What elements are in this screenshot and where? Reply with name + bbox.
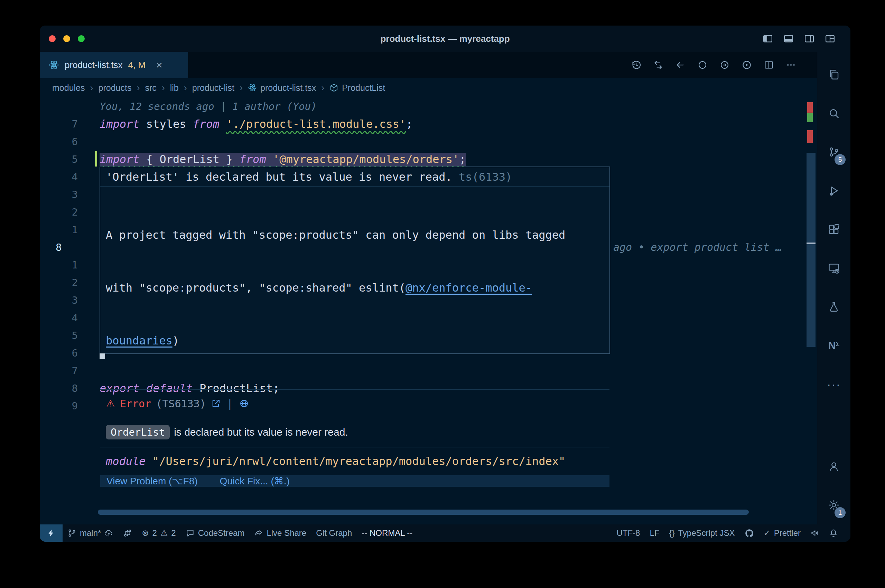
breadcrumb-item-src[interactable]: src <box>145 83 156 93</box>
testing-icon[interactable] <box>817 287 850 326</box>
git-compare-status[interactable] <box>118 529 137 537</box>
remote-indicator[interactable] <box>40 524 63 542</box>
compare-changes-icon[interactable] <box>653 60 663 70</box>
breadcrumb-item-products[interactable]: products <box>99 83 132 93</box>
problem-hover-popup: 'OrderList' is declared but its value is… <box>99 166 610 354</box>
line-number: 5 <box>40 330 99 341</box>
more-actions-icon[interactable] <box>786 60 796 70</box>
notifications-status[interactable] <box>824 529 843 537</box>
bell-icon <box>829 529 838 537</box>
zoom-window-button[interactable] <box>78 35 85 42</box>
nx-console-icon[interactable]: NΣ <box>817 326 850 365</box>
desktop: product-list.tsx — myreactapp <box>0 0 885 588</box>
tab-close-icon[interactable]: × <box>156 59 162 70</box>
language-status[interactable]: {}TypeScript JSX <box>664 528 739 538</box>
code-line-import-styles: import styles from './product-list.modul… <box>99 117 412 130</box>
error-label: Error <box>120 398 151 410</box>
breadcrumb-item-modules[interactable]: modules <box>52 83 85 93</box>
globe-icon[interactable] <box>239 399 249 408</box>
window-title: product-list.tsx — myreactapp <box>40 33 850 44</box>
share-icon <box>254 529 263 537</box>
line-number: 8 <box>40 382 99 394</box>
remote-explorer-icon[interactable] <box>817 249 850 287</box>
accounts-icon[interactable] <box>817 447 850 486</box>
language-label: TypeScript JSX <box>678 528 735 538</box>
source-control-icon[interactable]: 5 <box>817 133 850 171</box>
feedback-status[interactable] <box>805 529 824 537</box>
outline-circle-icon[interactable] <box>697 60 708 70</box>
live-share-status[interactable]: Live Share <box>249 528 311 538</box>
tab-product-list[interactable]: product-list.tsx 4, M × <box>40 52 188 78</box>
search-icon[interactable] <box>817 94 850 133</box>
tab-bar: product-list.tsx 4, M × <box>40 52 817 78</box>
status-bar: main* ⊗ 2 ⚠ 2 CodeStream Live Share Git … <box>40 524 850 542</box>
line-number: 3 <box>40 189 99 200</box>
ts-error-message: 'OrderList' is declared but its value is… <box>106 170 452 183</box>
open-external-icon[interactable] <box>211 399 221 408</box>
eslint-rule-link[interactable]: boundaries <box>106 334 173 347</box>
current-line-number: 8 <box>40 242 99 253</box>
toggle-panel-icon[interactable] <box>783 33 794 44</box>
breadcrumb-item-file[interactable]: product-list.tsx <box>248 83 316 93</box>
minimize-window-button[interactable] <box>63 35 70 42</box>
view-problem-action[interactable]: View Problem (⌥F8) <box>107 476 198 487</box>
code-editor[interactable]: You, 12 seconds ago | 1 author (You) 7 i… <box>40 98 817 524</box>
additional-views-icon[interactable]: ··· <box>817 365 850 404</box>
chevron-right-icon: › <box>90 82 93 93</box>
chevron-right-icon: › <box>321 82 324 93</box>
line-number: 4 <box>40 312 99 324</box>
breadcrumb-item-lib[interactable]: lib <box>170 83 179 93</box>
github-status[interactable] <box>740 529 759 538</box>
eslint-rule-link[interactable]: @nx/enforce-module- <box>406 281 532 294</box>
timeline-icon[interactable] <box>631 60 641 70</box>
run-file-icon[interactable] <box>742 60 752 70</box>
encoding-status[interactable]: UTF-8 <box>612 528 645 538</box>
main-region: product-list.tsx 4, M × <box>40 52 850 524</box>
customize-layout-icon[interactable] <box>825 33 835 44</box>
popup-resize-grip[interactable] <box>99 353 105 359</box>
branch-status[interactable]: main* <box>63 528 118 538</box>
traffic-lights <box>40 35 85 42</box>
breadcrumb: modules › products › src › lib › product… <box>40 78 817 98</box>
run-debug-icon[interactable] <box>817 171 850 210</box>
extensions-icon[interactable] <box>817 210 850 249</box>
speaker-icon <box>810 529 819 537</box>
codestream-status[interactable]: CodeStream <box>181 528 249 538</box>
navigate-back-icon[interactable] <box>675 60 685 70</box>
git-graph-status[interactable]: Git Graph <box>311 528 357 538</box>
status-bar-right: UTF-8 LF {}TypeScript JSX ✓Prettier <box>612 528 850 538</box>
branch-label: main* <box>80 528 101 538</box>
git-graph-label: Git Graph <box>316 528 352 538</box>
eol-status[interactable]: LF <box>645 528 664 538</box>
react-file-icon <box>248 83 257 92</box>
explorer-icon[interactable] <box>817 55 850 94</box>
eslint-message-line1: A project tagged with "scope:products" c… <box>106 226 604 244</box>
overview-error-mark <box>807 130 813 142</box>
error-circle-icon: ⊗ <box>142 528 149 538</box>
prettier-status[interactable]: ✓Prettier <box>759 528 805 538</box>
vscode-window: product-list.tsx — myreactapp <box>40 26 850 542</box>
horizontal-scrollbar[interactable] <box>98 510 749 515</box>
editor-action-bar <box>631 52 817 78</box>
line-number: 6 <box>40 136 99 147</box>
check-icon: ✓ <box>764 528 771 538</box>
toggle-primary-sidebar-icon[interactable] <box>763 33 773 44</box>
problems-status[interactable]: ⊗ 2 ⚠ 2 <box>137 528 180 538</box>
separator-pipe: | <box>227 398 233 410</box>
popup-error-row: ⚠ Error (TS6133) | <box>100 390 610 417</box>
close-window-button[interactable] <box>49 35 56 42</box>
split-editor-icon[interactable] <box>764 60 774 70</box>
line-number: 4 <box>40 171 99 183</box>
git-blame-annotation: You, 12 seconds ago | 1 author (You) <box>99 100 317 112</box>
settings-gear-icon[interactable]: 1 <box>817 486 850 524</box>
inline-git-blame: ago • export product list … <box>613 238 782 256</box>
toggle-secondary-sidebar-icon[interactable] <box>804 33 814 44</box>
navigate-forward-icon[interactable] <box>720 60 730 70</box>
symbol-chip: OrderList <box>106 425 170 440</box>
quick-fix-action[interactable]: Quick Fix... (⌘.) <box>220 476 290 487</box>
breadcrumb-item-symbol[interactable]: ProductList <box>329 83 385 93</box>
vertical-scrollbar[interactable] <box>807 153 816 347</box>
warning-count: 2 <box>171 528 176 538</box>
vim-mode-status[interactable]: -- NORMAL -- <box>357 528 417 538</box>
breadcrumb-item-product-list[interactable]: product-list <box>192 83 234 93</box>
